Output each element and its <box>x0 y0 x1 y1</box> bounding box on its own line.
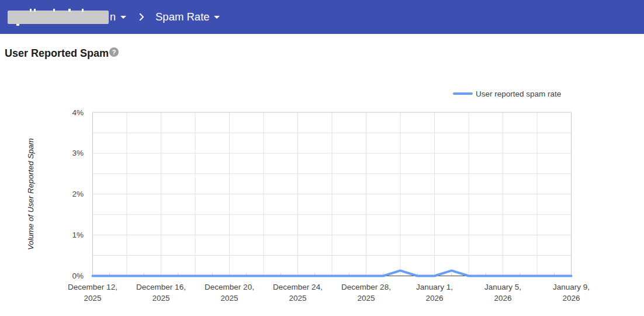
page-title: User Reported Spam <box>5 47 109 60</box>
report-selector-dropdown[interactable]: Spam Rate <box>155 12 220 23</box>
x-tick-label: January 5, <box>484 283 521 291</box>
x-tick-label-year: 2026 <box>425 294 443 303</box>
spam-rate-chart: 0%1%2%3%4%December 12,2025December 16,20… <box>0 76 644 316</box>
x-tick-label-year: 2025 <box>220 294 238 303</box>
x-tick-label: January 1, <box>416 283 453 291</box>
x-tick-label-year: 2026 <box>494 294 511 303</box>
redacted-text-fragment <box>82 9 84 12</box>
chevron-right-icon <box>136 12 147 22</box>
redacted-text-fragment <box>53 9 55 12</box>
app-header: n Spam Rate <box>0 0 644 34</box>
x-tick-label: December 16, <box>136 283 186 291</box>
x-tick-label-year: 2025 <box>84 294 101 303</box>
y-tick-label: 3% <box>72 149 84 157</box>
redacted-text-fragment <box>34 9 36 12</box>
legend-label: User reported spam rate <box>476 90 561 98</box>
redacted-text-fragment <box>68 9 71 12</box>
chevron-down-icon <box>120 16 126 19</box>
x-tick-label-year: 2025 <box>357 294 375 303</box>
x-tick-label: December 20, <box>205 283 254 291</box>
x-tick-label: December 24, <box>273 283 323 291</box>
chevron-down-icon <box>214 16 220 19</box>
x-tick-label-year: 2025 <box>289 294 306 303</box>
y-tick-label: 0% <box>72 272 84 280</box>
redacted-text-fragment <box>30 9 32 12</box>
chart-canvas: 0%1%2%3%4%December 12,2025December 16,20… <box>0 76 644 316</box>
y-tick-label: 4% <box>72 108 84 117</box>
y-axis-title: Volume of User Reported Spam <box>26 138 35 250</box>
page-title-row: User Reported Spam ? <box>5 47 119 60</box>
x-tick-label-year: 2025 <box>152 294 169 303</box>
y-tick-label: 2% <box>72 190 84 198</box>
report-selector-label: Spam Rate <box>155 12 210 23</box>
redacted-domain-name <box>8 11 109 24</box>
x-tick-label: January 9, <box>553 283 590 291</box>
domain-selector-dropdown[interactable]: n <box>8 11 126 24</box>
help-icon[interactable]: ? <box>109 47 119 57</box>
domain-suffix-text: n <box>110 12 116 22</box>
x-tick-label: December 12, <box>68 283 117 291</box>
y-tick-label: 1% <box>72 231 84 239</box>
redacted-text-fragment <box>16 24 19 26</box>
x-tick-label-year: 2026 <box>562 294 580 303</box>
x-tick-label: December 28, <box>341 283 391 291</box>
